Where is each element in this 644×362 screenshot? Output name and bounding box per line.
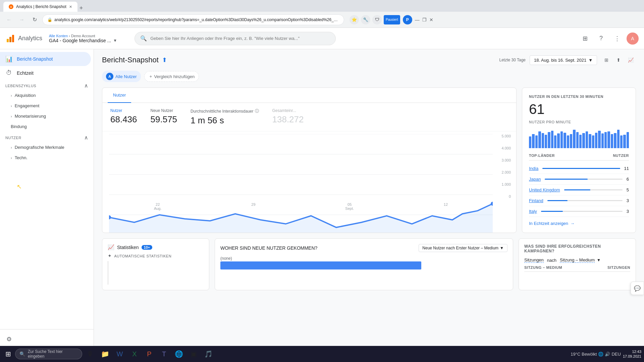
session-medium-label[interactable]: Sitzung – Medium: [560, 257, 595, 263]
back-btn[interactable]: ←: [4, 15, 14, 25]
chart-y-labels: 5.000 4.000 3.000 2.000 1.000 0: [501, 134, 511, 198]
where-card: WOHER SIND NEUE NUTZER GEKOMMEN? Neue Nu…: [215, 238, 513, 290]
global-search-bar[interactable]: 🔍: [135, 32, 336, 45]
nutzer-toggle[interactable]: ∧: [84, 134, 89, 141]
finland-val: 3: [627, 198, 629, 203]
country-row-india: India 11: [529, 163, 629, 174]
italy-bar: [541, 211, 563, 212]
taskbar-search[interactable]: 🔍 Zur Suche Text hier eingeben: [15, 349, 82, 359]
countries-table: TOP-LÄNDER NUTZER India 11 Japan: [529, 154, 629, 217]
taskbar-app-app1[interactable]: ▣: [187, 347, 200, 361]
bar-mini-item: [551, 131, 553, 148]
taskbar-app-excel[interactable]: X: [128, 347, 141, 361]
ext-icon-pause[interactable]: Pausiert: [384, 15, 400, 24]
restore-btn[interactable]: ❐: [422, 17, 427, 22]
forward-btn[interactable]: →: [17, 15, 27, 25]
uk-bar: [564, 189, 590, 190]
taskbar-app-app2[interactable]: 🎵: [202, 347, 215, 361]
metric-neue-label: Neue Nutzer: [151, 108, 177, 113]
apps-grid-btn[interactable]: ⊞: [578, 32, 592, 45]
share-icon[interactable]: ⬆: [162, 56, 167, 64]
dropdown-icon: ▼: [597, 258, 601, 262]
country-italy[interactable]: Italy: [529, 209, 537, 214]
country-uk[interactable]: United Kingdom: [529, 187, 560, 192]
sidebar-item-demografische[interactable]: › Demografische Merkmale: [0, 142, 91, 153]
refresh-btn[interactable]: ↻: [30, 15, 40, 25]
minimize-btn[interactable]: —: [415, 17, 420, 22]
sidebar-item-bericht-snapshot[interactable]: 📊 Bericht-Snapshot: [0, 52, 91, 66]
main-content: Bericht-Snapshot ⬆ Letzte 30 Tage 18. Au…: [94, 49, 644, 362]
chart-metrics: Nutzer 68.436 Neue Nutzer 59.575 Durchsc…: [102, 103, 516, 131]
taskbar-app-word[interactable]: W: [113, 347, 126, 361]
customize-btn[interactable]: ⊞: [601, 55, 612, 65]
where-selector-btn[interactable]: Neue Nutzer nach Erster Nutzer – Medium …: [419, 244, 507, 252]
page-title-row: Bericht-Snapshot ⬆: [102, 56, 167, 64]
metric-gesamt-label: Gesamteinr...: [272, 108, 304, 113]
help-btn[interactable]: ?: [594, 32, 608, 45]
country-india[interactable]: India: [529, 166, 538, 171]
sidebar-item-techn[interactable]: › Techn.: [0, 153, 91, 163]
feedback-btn[interactable]: 💬: [631, 282, 644, 295]
ext-icon-3[interactable]: 🛡: [372, 15, 382, 24]
taskbar-app-chrome[interactable]: 🌐: [172, 347, 185, 361]
country-finland[interactable]: Finland: [529, 198, 543, 203]
date-selector[interactable]: 18. Aug. bis 16. Sept. 2021 ▼: [530, 55, 597, 65]
sidebar-item-settings[interactable]: ⚙: [0, 332, 91, 346]
close-btn[interactable]: ✕: [429, 17, 433, 22]
info-icon[interactable]: ⓘ: [255, 108, 259, 114]
chart-x-labels: 22Aug. 29 05Sept. 12: [109, 202, 493, 210]
metric-gesamt[interactable]: Gesamteinr... 138.272: [272, 108, 304, 126]
taskbar-right: 19°C Bewölkt 🌐 🔊 DEU 12:43 17.09.2021: [571, 349, 641, 359]
add-comparison-btn[interactable]: ＋ Vergleich hinzufügen: [144, 71, 199, 82]
country-japan[interactable]: Japan: [529, 177, 541, 182]
x-label-05: 05Sept.: [345, 202, 354, 210]
y-label-2000: 2.000: [501, 170, 511, 174]
ext-icon-2[interactable]: 🔧: [361, 15, 370, 24]
metric-nutzer[interactable]: Nutzer 68.436: [110, 108, 137, 126]
realtime-link[interactable]: In Echtzeit anzeigen →: [529, 221, 629, 226]
search-input[interactable]: [150, 36, 330, 41]
start-btn[interactable]: ⊞: [3, 349, 14, 359]
breadcrumb-parent-link[interactable]: Alle Konten: [49, 34, 68, 38]
profile-btn[interactable]: P: [403, 15, 412, 24]
metric-interaktion-value: 1 m 56 s: [191, 115, 259, 126]
share-btn[interactable]: ⬆: [613, 55, 624, 65]
address-bar[interactable]: 🔒 analytics.google.com/analytics/web/#/p…: [42, 14, 344, 25]
campaigns-table-header: SITZUNG – MEDIUM SITZUNGEN: [524, 265, 630, 272]
taskbar-app-files[interactable]: 📁: [98, 347, 112, 361]
bar-mini-item: [535, 135, 538, 148]
taskbar-app-teams[interactable]: T: [157, 347, 171, 361]
metric-interaktion[interactable]: Durchschnittliche Interaktionsdauer ⓘ 1 …: [191, 108, 259, 126]
new-tab-btn[interactable]: +: [77, 5, 85, 12]
plus-icon: ＋: [149, 73, 153, 79]
sidebar-item-akquisition[interactable]: › Akquisition: [0, 90, 91, 101]
sidebar-item-monetarisierung[interactable]: › Monetarisierung: [0, 111, 91, 121]
active-tab[interactable]: A Analytics | Bericht-Snapshot ✕: [3, 2, 77, 12]
japan-val: 6: [627, 177, 629, 182]
metric-neue-nutzer[interactable]: Neue Nutzer 59.575: [151, 108, 177, 126]
y-label-4000: 4.000: [501, 146, 511, 150]
lebenszyklus-toggle[interactable]: ∧: [84, 82, 89, 89]
uk-bar-wrapper: [564, 189, 623, 190]
sitzungen-col: SITZUNGEN: [607, 265, 630, 269]
user-avatar[interactable]: A: [627, 33, 639, 45]
bar-mini-item: [529, 136, 531, 148]
account-arrow-icon: ▼: [113, 38, 117, 43]
india-bar-wrapper: [542, 168, 620, 169]
account-selector[interactable]: GA4 - Google Merchandise ... ▼: [49, 38, 117, 43]
all-users-chip[interactable]: A Alle Nutzer: [102, 71, 141, 82]
taskbar-app-cortana[interactable]: 🎙: [84, 347, 97, 361]
tab-close-btn[interactable]: ✕: [69, 5, 72, 9]
more-options-btn[interactable]: ⋮: [610, 32, 624, 45]
ext-icon-1[interactable]: ⭐: [350, 15, 359, 24]
sidebar-item-echtzeit[interactable]: ⏱ Echtzeit: [0, 66, 91, 80]
svg-rect-2: [12, 35, 14, 42]
metric-nutzer-label: Nutzer: [110, 108, 137, 113]
sidebar-item-bindung[interactable]: Bindung: [0, 121, 91, 132]
arrow-icon: ›: [11, 104, 12, 108]
trending-btn[interactable]: 📈: [625, 55, 636, 65]
sidebar-item-engagement[interactable]: › Engagement: [0, 101, 91, 111]
tab-nutzer[interactable]: Nutzer: [108, 88, 131, 103]
taskbar-app-powerpoint[interactable]: P: [143, 347, 156, 361]
sessions-label[interactable]: Sitzungen: [524, 257, 544, 263]
